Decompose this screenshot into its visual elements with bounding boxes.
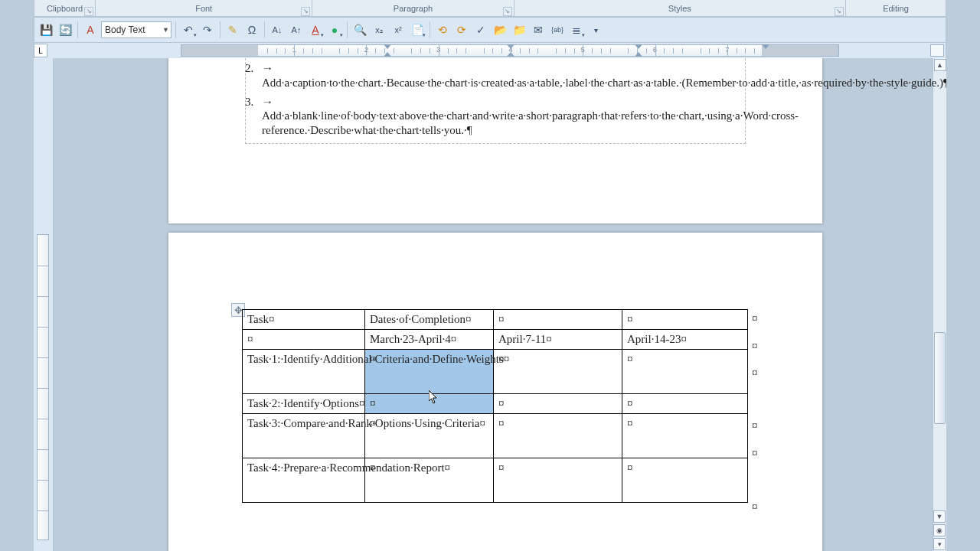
- link-prev-icon[interactable]: ⟲: [434, 21, 451, 38]
- dialog-launcher-icon[interactable]: ↘: [84, 7, 93, 16]
- table-row[interactable]: Task¤ Dates·of·Completion¤ ¤ ¤: [243, 310, 748, 330]
- clear-format-icon[interactable]: A: [82, 21, 99, 38]
- table-cell[interactable]: Task·2:·Identify·Options¤: [243, 394, 365, 414]
- style-selector[interactable]: Body Text ▼: [101, 21, 172, 38]
- table-header-cell[interactable]: Task¤: [243, 310, 365, 330]
- table-cell[interactable]: ¤: [494, 394, 622, 414]
- table-row[interactable]: ¤ March·23-April·4¤ April·7-11¤ April·14…: [243, 330, 748, 350]
- ribbon-group-label: Clipboard: [47, 4, 83, 13]
- sort-alt-icon[interactable]: A↑: [288, 21, 305, 38]
- symbol-omega-icon[interactable]: Ω: [243, 21, 260, 38]
- field-icon[interactable]: {ab}: [549, 21, 566, 38]
- table-cell[interactable]: ¤: [494, 458, 622, 503]
- ribbon-group-label: Paragraph: [394, 4, 433, 13]
- ribbon-group-labels: Clipboard ↘ Font ↘ Paragraph ↘ Styles ↘ …: [34, 0, 946, 17]
- table-cell[interactable]: ¤: [243, 330, 365, 350]
- link-next-icon[interactable]: ⟳: [453, 21, 470, 38]
- ribbon-group-label: Font: [195, 4, 212, 13]
- quick-toolbar: 💾 🔄 A Body Text ▼ ↶ ↷ ✎ Ω A↓ A↑ A ● 🔍 x₂…: [34, 17, 946, 43]
- superscript-icon[interactable]: x²: [390, 21, 407, 38]
- table-row[interactable]: Task·3:·Compare·and·Rank·Options·Using·C…: [243, 414, 748, 458]
- table-cell-shaded[interactable]: ¤: [365, 394, 494, 414]
- numbered-list-item[interactable]: 2. → Add·a·caption·to·the·chart.·Because…: [245, 61, 746, 90]
- ribbon-group-paragraph: Paragraph ↘: [312, 0, 514, 16]
- table-cell[interactable]: Task·1:·Identify·Additional·Criteria·and…: [243, 350, 365, 394]
- folder-icon[interactable]: 📁: [511, 21, 528, 38]
- dialog-launcher-icon[interactable]: ↘: [503, 7, 512, 16]
- list-number: 3.: [245, 95, 262, 138]
- vertical-ruler[interactable]: [37, 234, 49, 540]
- document-area: ▲ ▼ ◉ ▾ 2. → Add·a·caption·to·the·chart.…: [34, 58, 946, 551]
- chevron-down-icon: ▼: [162, 26, 169, 34]
- refresh-icon[interactable]: 🔄: [57, 21, 74, 38]
- ribbon-group-label: Styles: [668, 4, 691, 13]
- scroll-track[interactable]: [934, 72, 946, 510]
- ribbon-group-clipboard: Clipboard ↘: [34, 0, 96, 16]
- table-cell[interactable]: ¤: [494, 310, 622, 330]
- highlight-icon[interactable]: ✎: [224, 21, 241, 38]
- table-cell[interactable]: April·14-23¤: [622, 330, 748, 350]
- document-page[interactable]: ✥ Task¤ Dates·of·Completion¤ ¤ ¤ ¤ March…: [168, 233, 822, 551]
- table-row[interactable]: Task·4:·Prepare·a·Recommendation·Report¤…: [243, 458, 748, 503]
- table-cell[interactable]: March·23-April·4¤: [365, 330, 494, 350]
- table-row[interactable]: Task·2:·Identify·Options¤ ¤ ¤ ¤: [243, 394, 748, 414]
- shading-icon[interactable]: ●: [326, 21, 343, 38]
- table-cell[interactable]: ¤: [494, 350, 622, 394]
- ribbon-group-font: Font ↘: [96, 0, 312, 16]
- prev-page-icon[interactable]: ◉: [933, 524, 946, 536]
- view-ruler-toggle[interactable]: [930, 44, 944, 57]
- row-end-mark: ¤: [752, 312, 758, 325]
- vertical-ruler-gutter: [34, 58, 54, 551]
- overflow-icon[interactable]: ▾: [587, 21, 604, 38]
- table-cell[interactable]: ¤: [622, 394, 748, 414]
- dialog-launcher-icon[interactable]: ↘: [835, 7, 844, 16]
- undo-icon[interactable]: ↶: [180, 21, 197, 38]
- table-cell[interactable]: April·7-11¤: [494, 330, 622, 350]
- table-cell[interactable]: ¤: [622, 414, 748, 458]
- tab-stop-selector[interactable]: L: [34, 44, 47, 57]
- right-indent-icon[interactable]: [762, 44, 769, 49]
- next-page-icon[interactable]: ▾: [933, 538, 946, 550]
- line-spacing-icon[interactable]: ≣: [568, 21, 585, 38]
- table-cell[interactable]: ¤: [622, 310, 748, 330]
- hanging-indent-icon[interactable]: [635, 52, 642, 57]
- row-end-mark: ¤: [752, 447, 758, 460]
- vertical-scrollbar[interactable]: ▲ ▼ ◉ ▾: [933, 58, 946, 551]
- row-end-mark: ¤: [752, 419, 758, 432]
- table-header-cell[interactable]: Dates·of·Completion¤: [365, 310, 494, 330]
- first-line-indent-icon[interactable]: [635, 44, 642, 49]
- list-text: → Add·a·caption·to·the·chart.·Because·th…: [262, 61, 946, 90]
- table-cell[interactable]: ¤: [622, 350, 748, 394]
- redo-icon[interactable]: ↷: [199, 21, 216, 38]
- open-folder-icon[interactable]: 📂: [492, 21, 508, 38]
- table-cell[interactable]: Task·4:·Prepare·a·Recommendation·Report¤: [243, 458, 365, 503]
- table-row[interactable]: Task·1:·Identify·Additional·Criteria·and…: [243, 350, 748, 394]
- numbered-list-item[interactable]: 3. → Add·a·blank·line·of·body·text·above…: [245, 95, 746, 138]
- style-selector-value: Body Text: [105, 24, 145, 35]
- row-end-mark: ¤: [752, 367, 758, 380]
- ribbon-group-label: Editing: [883, 4, 909, 13]
- ruler-row: L 1234567: [34, 43, 946, 58]
- table-cell[interactable]: ¤: [622, 458, 748, 503]
- document-page[interactable]: 2. → Add·a·caption·to·the·chart.·Because…: [168, 58, 822, 223]
- dialog-launcher-icon[interactable]: ↘: [301, 7, 310, 16]
- list-text: → Add·a·blank·line·of·body·text·above·th…: [262, 95, 799, 138]
- ribbon-group-styles: Styles ↘: [514, 0, 846, 16]
- subscript-icon[interactable]: x₂: [371, 21, 387, 38]
- new-doc-icon[interactable]: 📄: [409, 21, 426, 38]
- font-color-icon[interactable]: A: [307, 21, 324, 38]
- row-end-mark: ¤: [752, 500, 758, 514]
- accept-icon[interactable]: ✓: [472, 21, 489, 38]
- gantt-table[interactable]: Task¤ Dates·of·Completion¤ ¤ ¤ ¤ March·2…: [242, 309, 748, 503]
- mail-icon[interactable]: ✉: [530, 21, 547, 38]
- ribbon-group-editing: Editing: [846, 0, 946, 16]
- list-number: 2.: [245, 61, 262, 90]
- scroll-thumb[interactable]: [934, 332, 946, 424]
- horizontal-ruler[interactable]: 1234567: [181, 44, 839, 57]
- table-cell[interactable]: ¤: [494, 414, 622, 458]
- zoom-icon[interactable]: 🔍: [351, 21, 368, 38]
- save-icon[interactable]: 💾: [38, 21, 54, 38]
- table-cell[interactable]: Task·3:·Compare·and·Rank·Options·Using·C…: [243, 414, 365, 458]
- sort-icon[interactable]: A↓: [269, 21, 286, 38]
- scroll-down-icon[interactable]: ▼: [933, 510, 946, 523]
